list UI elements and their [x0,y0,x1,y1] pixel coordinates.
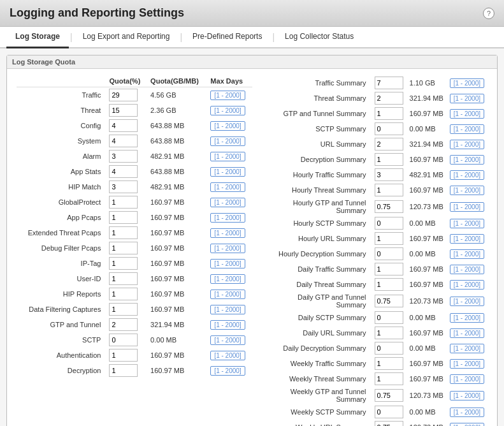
maxdays-btn[interactable]: [1 - 2000] [447,386,487,404]
table-row: Daily Threat Summary 160.97 MB [1 - 2000… [265,277,487,292]
quota-pct-input[interactable] [106,149,147,164]
maxdays-btn[interactable]: [1 - 2000] [207,302,252,317]
maxdays-btn[interactable]: [1 - 2000] [207,225,252,240]
quota-pct-input[interactable] [106,317,147,332]
tab-log-collector[interactable]: Log Collector Status [276,27,363,48]
quota-input[interactable] [371,404,407,420]
maxdays-btn[interactable]: [1 - 2000] [447,261,487,277]
maxdays-btn[interactable]: [1 - 2000] [207,363,252,378]
maxdays-btn[interactable]: [1 - 2000] [447,420,487,426]
maxdays-btn[interactable]: [1 - 2000] [207,240,252,256]
maxdays-btn[interactable]: [1 - 2000] [447,136,487,152]
quota-pct-input[interactable] [106,164,147,179]
maxdays-btn[interactable]: [1 - 2000] [447,167,487,182]
quota-input[interactable] [371,106,407,121]
maxdays-btn[interactable]: [1 - 2000] [447,246,487,261]
quota-input[interactable] [371,121,407,136]
quota-input[interactable] [371,231,407,246]
row-label: Traffic [17,87,106,103]
quota-input[interactable] [371,420,407,426]
quota-input[interactable] [371,325,407,341]
quota-pct-input[interactable] [106,332,147,348]
maxdays-btn[interactable]: [1 - 2000] [207,149,252,164]
quota-input[interactable] [371,198,407,216]
maxdays-btn[interactable]: [1 - 2000] [447,404,487,420]
quota-input[interactable] [371,261,407,277]
quota-pct-input[interactable] [106,133,147,149]
maxdays-btn[interactable]: [1 - 2000] [447,231,487,246]
quota-input[interactable] [371,371,407,386]
maxdays-btn[interactable]: [1 - 2000] [447,310,487,325]
quota-input[interactable] [371,310,407,325]
maxdays-btn[interactable]: [1 - 2000] [447,356,487,371]
maxdays-btn[interactable]: [1 - 2000] [447,371,487,386]
quota-input[interactable] [371,182,407,198]
maxdays-btn[interactable]: [1 - 2000] [207,317,252,332]
maxdays-btn[interactable]: [1 - 2000] [207,164,252,179]
quota-input[interactable] [371,292,407,310]
maxdays-btn[interactable]: [1 - 2000] [447,292,487,310]
quota-input[interactable] [371,277,407,292]
tab-log-storage[interactable]: Log Storage [6,27,69,48]
quota-input[interactable] [371,152,407,167]
quota-input[interactable] [371,91,407,106]
maxdays-btn[interactable]: [1 - 2000] [447,216,487,231]
quota-pct-input[interactable] [106,195,147,210]
quota-pct-input[interactable] [106,210,147,225]
maxdays-btn[interactable]: [1 - 2000] [447,198,487,216]
maxdays-btn[interactable]: [1 - 2000] [207,87,252,103]
maxdays-btn[interactable]: [1 - 2000] [207,210,252,225]
quota-pct-input[interactable] [106,286,147,302]
quota-input[interactable] [371,386,407,404]
maxdays-btn[interactable]: [1 - 2000] [207,103,252,118]
quota-input[interactable] [371,341,407,356]
maxdays-btn[interactable]: [1 - 2000] [447,121,487,136]
maxdays-btn[interactable]: [1 - 2000] [447,182,487,198]
quota-pct-input[interactable] [106,225,147,240]
quota-pct-input[interactable] [106,103,147,118]
maxdays-btn[interactable]: [1 - 2000] [207,133,252,149]
content-area: Log Storage Quota Quota(%) Quota(GB/MB) … [0,48,504,426]
maxdays-btn[interactable]: [1 - 2000] [207,271,252,286]
maxdays-btn[interactable]: [1 - 2000] [447,75,487,91]
quota-input[interactable] [371,136,407,152]
quota-pct-input[interactable] [106,87,147,103]
quota-pct-input[interactable] [106,179,147,195]
row-label: GlobalProtect [17,195,106,210]
quota-input[interactable] [371,356,407,371]
maxdays-btn[interactable]: [1 - 2000] [207,332,252,348]
quota-input[interactable] [371,216,407,231]
maxdays-btn[interactable]: [1 - 2000] [447,152,487,167]
quota-input[interactable] [371,246,407,261]
row-label: Daily Threat Summary [265,277,371,292]
quota-pct-input[interactable] [106,118,147,133]
quota-input[interactable] [371,167,407,182]
maxdays-btn[interactable]: [1 - 2000] [207,348,252,363]
quota-pct-input[interactable] [106,256,147,271]
quota-input[interactable] [371,75,407,91]
maxdays-btn[interactable]: [1 - 2000] [207,118,252,133]
row-label: HIP Reports [17,286,106,302]
quota-pct-input[interactable] [106,348,147,363]
quota-pct-input[interactable] [106,240,147,256]
maxdays-btn[interactable]: [1 - 2000] [207,286,252,302]
quota-pct-input[interactable] [106,363,147,378]
maxdays-btn[interactable]: [1 - 2000] [447,91,487,106]
table-row: Debug Filter Pcaps 160.97 MB [1 - 2000] [17,240,252,256]
maxdays-btn[interactable]: [1 - 2000] [447,106,487,121]
tab-log-export[interactable]: Log Export and Reporting [74,27,179,48]
size-text: 0.00 MB [407,216,447,231]
help-icon[interactable]: ? [483,8,494,19]
maxdays-btn[interactable]: [1 - 2000] [207,195,252,210]
table-row: Daily Decryption Summary 0.00 MB [1 - 20… [265,341,487,356]
size-text: 160.97 MB [407,106,447,121]
maxdays-btn[interactable]: [1 - 2000] [207,256,252,271]
quota-pct-input[interactable] [106,271,147,286]
maxdays-btn[interactable]: [1 - 2000] [447,341,487,356]
tab-pre-defined[interactable]: Pre-Defined Reports [184,27,271,48]
maxdays-btn[interactable]: [1 - 2000] [447,277,487,292]
maxdays-btn[interactable]: [1 - 2000] [207,179,252,195]
page-header: Logging and Reporting Settings ? [0,0,504,27]
quota-pct-input[interactable] [106,302,147,317]
maxdays-btn[interactable]: [1 - 2000] [447,325,487,341]
